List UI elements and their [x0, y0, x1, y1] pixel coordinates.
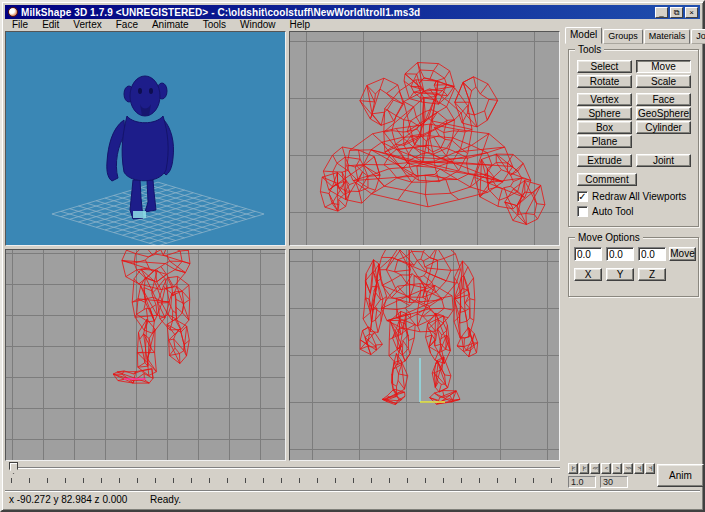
side-wireframe-view: [6, 250, 285, 460]
total-frames-field[interactable]: 30: [600, 476, 628, 488]
status-coordinates: x -90.272 y 82.984 z 0.000: [9, 494, 142, 505]
tool-box-button[interactable]: Box: [577, 121, 632, 134]
menu-tools[interactable]: Tools: [196, 19, 233, 31]
axis-z-button[interactable]: Z: [638, 268, 666, 281]
menu-face[interactable]: Face: [109, 19, 145, 31]
tools-group-title: Tools: [575, 44, 604, 55]
move-z-input[interactable]: [638, 247, 666, 261]
close-button[interactable]: ×: [685, 7, 698, 18]
tool-joint-button[interactable]: Joint: [636, 154, 691, 167]
axis-y-button[interactable]: Y: [606, 268, 634, 281]
viewport-top[interactable]: [289, 31, 560, 246]
tool-scale-button[interactable]: Scale: [636, 75, 691, 88]
fast-backward-button[interactable]: <<: [590, 463, 600, 474]
frame-slider-track[interactable]: [9, 467, 560, 469]
tab-joints[interactable]: Joints: [691, 29, 705, 44]
menu-help[interactable]: Help: [283, 19, 318, 31]
top-wireframe-view: [290, 32, 559, 245]
tool-face-button[interactable]: Face: [636, 93, 691, 106]
tab-model[interactable]: Model: [565, 27, 602, 44]
axis-x-button[interactable]: X: [574, 268, 602, 281]
tab-materials[interactable]: Materials: [644, 29, 691, 44]
side-panel: Model Groups Materials Joints Tools Sele…: [563, 30, 705, 458]
step-forward-button[interactable]: >: [612, 463, 622, 474]
move-y-input[interactable]: [606, 247, 634, 261]
auto-tool-label: Auto Tool: [592, 206, 634, 217]
comment-button[interactable]: Comment: [577, 173, 637, 186]
go-last-frame-button[interactable]: >|: [645, 463, 655, 474]
menu-edit[interactable]: Edit: [35, 19, 66, 31]
tool-vertex-button[interactable]: Vertex: [577, 93, 632, 106]
tool-geosphere-button[interactable]: GeoSphere: [636, 107, 691, 120]
viewport-front[interactable]: [289, 249, 560, 461]
go-first-frame-button[interactable]: |<: [568, 463, 578, 474]
redraw-all-viewports-checkbox[interactable]: ✓ Redraw All Viewports: [577, 191, 686, 202]
tool-rotate-button[interactable]: Rotate: [577, 75, 632, 88]
perspective-model-view: [6, 32, 285, 245]
tab-groups[interactable]: Groups: [603, 29, 643, 44]
checkbox-mark[interactable]: ✓: [577, 191, 588, 202]
minimize-button[interactable]: _: [655, 7, 668, 18]
menu-file[interactable]: File: [5, 19, 35, 31]
menu-window[interactable]: Window: [233, 19, 283, 31]
step-back-button[interactable]: <: [601, 463, 611, 474]
frame-ruler: [11, 478, 561, 483]
auto-tool-checkbox[interactable]: Auto Tool: [577, 206, 634, 217]
tool-plane-button[interactable]: Plane: [577, 135, 632, 148]
menu-animate[interactable]: Animate: [145, 19, 196, 31]
front-wireframe-view: [290, 250, 559, 460]
frame-slider-handle[interactable]: [9, 462, 18, 474]
redraw-all-viewports-label: Redraw All Viewports: [592, 191, 686, 202]
fast-forward-button[interactable]: >>: [623, 463, 633, 474]
tool-sphere-button[interactable]: Sphere: [577, 107, 632, 120]
maximize-button[interactable]: ⧉: [670, 7, 683, 18]
window-title: MilkShape 3D 1.7.9 <UNREGISTERED> - C:\o…: [21, 6, 653, 19]
move-options-title: Move Options: [575, 232, 643, 243]
anim-toggle-button[interactable]: Anim: [657, 464, 704, 487]
app-icon: [8, 7, 18, 17]
app-window: MilkShape 3D 1.7.9 <UNREGISTERED> - C:\o…: [0, 0, 705, 512]
current-frame-field[interactable]: 1.0: [568, 476, 596, 488]
menu-vertex[interactable]: Vertex: [66, 19, 108, 31]
title-bar[interactable]: MilkShape 3D 1.7.9 <UNREGISTERED> - C:\o…: [5, 5, 700, 19]
status-bar: x -90.272 y 82.984 z 0.000 Ready.: [5, 490, 700, 507]
move-x-input[interactable]: [574, 247, 602, 261]
tool-cylinder-button[interactable]: Cylinder: [636, 121, 691, 134]
status-message: Ready.: [150, 494, 181, 505]
move-options-groupbox: Move Options Move X Y Z: [568, 237, 699, 297]
panel-tabs: Model Groups Materials Joints: [565, 30, 705, 44]
tools-groupbox: Tools Select Move Rotate Scale Vertex Fa…: [568, 49, 699, 227]
viewport-3d[interactable]: [5, 31, 286, 246]
prev-keyframe-button[interactable]: |<: [579, 463, 589, 474]
viewport-side[interactable]: [5, 249, 286, 461]
animation-bar: |< |< << < > >> >| >| 1.0 30 Anim: [5, 462, 700, 489]
tool-move-button[interactable]: Move: [636, 60, 691, 73]
checkbox-mark[interactable]: [577, 206, 588, 217]
tool-extrude-button[interactable]: Extrude: [577, 154, 632, 167]
tool-select-button[interactable]: Select: [577, 60, 632, 73]
next-keyframe-button[interactable]: >|: [634, 463, 644, 474]
move-apply-button[interactable]: Move: [669, 247, 696, 261]
